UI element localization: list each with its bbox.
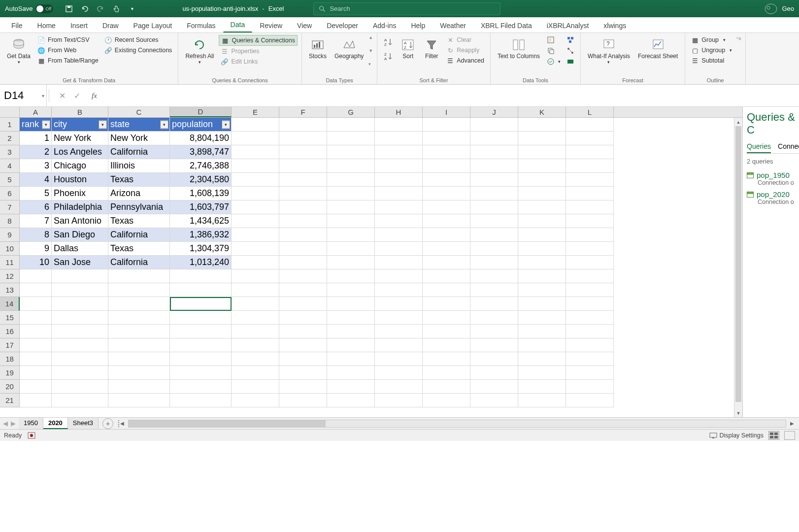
cell-H15[interactable] [375, 311, 423, 325]
cell-A13[interactable] [20, 283, 52, 297]
data-model-button[interactable] [565, 57, 576, 66]
cell-F7[interactable] [279, 200, 327, 214]
normal-view-button[interactable] [768, 431, 779, 440]
cell-C5[interactable]: Texas [108, 173, 170, 187]
cell-B5[interactable]: Houston [52, 173, 108, 187]
cell-G18[interactable] [327, 352, 375, 366]
row-header-3[interactable]: 3 [0, 145, 20, 159]
sort-desc-button[interactable]: ZA [381, 49, 395, 63]
cell-L14[interactable] [566, 297, 614, 311]
cell-I19[interactable] [423, 366, 470, 380]
consolidate-button[interactable] [565, 35, 576, 45]
sort-asc-button[interactable]: AZ [381, 35, 395, 49]
cell-I14[interactable] [423, 297, 470, 311]
cell-C2[interactable]: New York [108, 132, 170, 145]
cell-D7[interactable]: 1,603,797 [170, 200, 232, 214]
cell-C1[interactable]: state [108, 118, 170, 132]
cell-G11[interactable] [327, 256, 375, 269]
cell-D3[interactable]: 3,898,747 [170, 145, 232, 159]
grid-body[interactable]: 1rankcitystatepopulation21New YorkNew Yo… [0, 118, 742, 407]
cell-E20[interactable] [232, 380, 279, 394]
touch-mode-button[interactable] [109, 2, 123, 16]
tab-weather[interactable]: Weather [433, 18, 473, 33]
queries-connections-button[interactable]: ▦Queries & Connections [219, 35, 298, 46]
cell-H18[interactable] [375, 352, 423, 366]
cell-K16[interactable] [518, 325, 566, 338]
cell-C19[interactable] [108, 366, 170, 380]
cell-E12[interactable] [232, 269, 279, 283]
sheet-nav-next[interactable]: ▶ [10, 420, 17, 427]
page-layout-view-button[interactable] [784, 431, 795, 440]
column-header-C[interactable]: C [108, 107, 170, 117]
cell-L2[interactable] [566, 132, 614, 145]
cell-E9[interactable] [232, 228, 279, 242]
filter-button[interactable]: Filter [421, 35, 442, 62]
cell-F20[interactable] [279, 380, 327, 394]
cell-C3[interactable]: California [108, 145, 170, 159]
cell-H7[interactable] [375, 200, 423, 214]
cell-K12[interactable] [518, 269, 566, 283]
cell-D15[interactable] [170, 311, 232, 325]
filter-dropdown-state[interactable] [160, 120, 168, 129]
cell-I16[interactable] [423, 325, 470, 338]
cell-A3[interactable]: 2 [20, 145, 52, 159]
data-validation-button[interactable]: ▾ [545, 57, 563, 66]
cell-D19[interactable] [170, 366, 232, 380]
connections-tab[interactable]: Connect [778, 142, 799, 153]
row-header-18[interactable]: 18 [0, 352, 20, 366]
tab-xbrl-filed-data[interactable]: XBRL Filed Data [473, 18, 539, 33]
cell-K15[interactable] [518, 311, 566, 325]
cell-J8[interactable] [470, 214, 518, 228]
cell-K11[interactable] [518, 256, 566, 269]
column-header-G[interactable]: G [327, 107, 375, 117]
namebox-dropdown-icon[interactable]: ▾ [42, 93, 44, 99]
cell-L4[interactable] [566, 159, 614, 173]
name-box[interactable]: D14 ▾ [0, 85, 47, 106]
cell-H11[interactable] [375, 256, 423, 269]
cell-A21[interactable] [20, 394, 52, 407]
cell-L21[interactable] [566, 394, 614, 407]
cell-A19[interactable] [20, 366, 52, 380]
cell-J1[interactable] [470, 118, 518, 132]
cell-D16[interactable] [170, 325, 232, 338]
cell-D4[interactable]: 2,746,388 [170, 159, 232, 173]
cell-D13[interactable] [170, 283, 232, 297]
filter-dropdown-city[interactable] [99, 120, 107, 129]
column-header-A[interactable]: A [20, 107, 52, 117]
cell-K17[interactable] [518, 338, 566, 352]
cell-A18[interactable] [20, 352, 52, 366]
cell-B20[interactable] [52, 380, 108, 394]
cell-G16[interactable] [327, 325, 375, 338]
cell-J17[interactable] [470, 338, 518, 352]
tab-page-layout[interactable]: Page Layout [126, 18, 180, 33]
cell-A8[interactable]: 7 [20, 214, 52, 228]
cell-J2[interactable] [470, 132, 518, 145]
cell-E21[interactable] [232, 394, 279, 407]
tab-formulas[interactable]: Formulas [179, 18, 223, 33]
cell-D20[interactable] [170, 380, 232, 394]
cell-G7[interactable] [327, 200, 375, 214]
search-box[interactable]: Search [313, 2, 500, 15]
from-table-button[interactable]: ▦From Table/Range [35, 56, 100, 66]
cell-E17[interactable] [232, 338, 279, 352]
cell-L16[interactable] [566, 325, 614, 338]
cell-E8[interactable] [232, 214, 279, 228]
cell-C12[interactable] [108, 269, 170, 283]
cell-B9[interactable]: San Diego [52, 228, 108, 242]
cell-H19[interactable] [375, 366, 423, 380]
from-web-button[interactable]: 🌐From Web [35, 45, 100, 55]
cell-C10[interactable]: Texas [108, 242, 170, 256]
cell-F12[interactable] [279, 269, 327, 283]
cell-L11[interactable] [566, 256, 614, 269]
select-all-button[interactable] [0, 107, 20, 117]
cell-F5[interactable] [279, 173, 327, 187]
cell-K10[interactable] [518, 242, 566, 256]
cell-J11[interactable] [470, 256, 518, 269]
row-header-9[interactable]: 9 [0, 228, 20, 242]
cell-G21[interactable] [327, 394, 375, 407]
cell-C21[interactable] [108, 394, 170, 407]
cell-G6[interactable] [327, 187, 375, 200]
tab-home[interactable]: Home [30, 18, 63, 33]
forecast-sheet-button[interactable]: Forecast Sheet [635, 35, 681, 62]
cell-B6[interactable]: Phoenix [52, 187, 108, 200]
